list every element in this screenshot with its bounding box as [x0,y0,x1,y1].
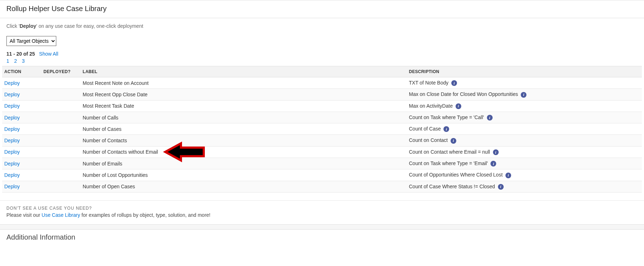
deployed-cell [41,146,80,158]
deploy-link[interactable]: Deploy [4,161,20,167]
deploy-link[interactable]: Deploy [4,115,20,121]
description-text: Max on ActivityDate [409,103,454,109]
description-cell: Max on Close Date for Closed Won Opportu… [407,89,642,100]
deploy-link[interactable]: Deploy [4,172,20,178]
info-icon[interactable]: i [487,115,493,121]
description-text: Count of Case [409,126,442,132]
description-text: Count of Opportunities Where Closed Lost [409,172,504,178]
deployed-cell [41,181,80,192]
target-object-select[interactable]: All Target Objects [6,36,56,46]
table-header-row: ACTION DEPLOYED? LABEL DESCRIPTION [2,66,642,77]
table-row: DeployNumber of Contacts without EmailCo… [2,146,642,158]
description-cell: Count of Case Where Status != Closed i [407,181,642,192]
info-icon[interactable]: i [490,161,496,167]
info-icon[interactable]: i [493,149,499,155]
info-icon[interactable]: i [505,173,511,178]
footer-suffix: for examples of rollups by object, type,… [80,212,211,218]
label-cell: Number of Calls [80,112,407,123]
deployed-cell [41,123,80,135]
deploy-link[interactable]: Deploy [4,149,20,155]
deploy-link[interactable]: Deploy [4,80,20,86]
footer-heading: DON'T SEE A USE CASE YOU NEED? [6,206,638,211]
additional-information-heading: Additional Information [0,230,644,241]
col-deployed: DEPLOYED? [41,66,80,77]
deployed-cell [41,77,80,89]
info-icon[interactable]: i [451,80,457,86]
table-row: DeployNumber of CasesCount of Case i [2,123,642,135]
label-cell: Number of Emails [80,158,407,169]
deploy-link[interactable]: Deploy [4,126,20,132]
pager: 11 - 20 of 25 Show All [6,51,638,57]
description-text: Max on Close Date for Closed Won Opportu… [409,91,519,97]
page-title: Rollup Helper Use Case Library [0,0,644,18]
description-cell: Count of Case i [407,123,642,135]
description-cell: Count on Contact i [407,135,642,146]
description-text: Count on Contact [409,137,449,143]
footer-text: Please visit our Use Case Library for ex… [6,212,638,218]
description-cell: Count on Task where Type = 'Call' i [407,112,642,123]
deployed-cell [41,135,80,146]
hint-suffix: ' on any use case for easy, one-click de… [36,23,143,29]
table-row: DeployNumber of Lost OpportunitiesCount … [2,169,642,181]
footer-block: DON'T SEE A USE CASE YOU NEED? Please vi… [0,200,644,225]
label-cell: Number of Lost Opportunities [80,169,407,181]
label-cell: Most Recent Opp Close Date [80,89,407,100]
table-row: DeployMost Recent Note on AccountTXT of … [2,77,642,89]
label-cell: Most Recent Note on Account [80,77,407,89]
info-icon[interactable]: i [498,184,504,190]
label-cell: Number of Contacts without Email [80,146,407,158]
deploy-link[interactable]: Deploy [4,92,20,97]
deployed-cell [41,158,80,169]
description-text: Count of Case Where Status != Closed [409,184,497,189]
deploy-link[interactable]: Deploy [4,184,20,189]
deployed-cell [41,112,80,123]
page-link-2[interactable]: 2 [14,58,17,64]
label-cell: Most Recent Task Date [80,100,407,112]
description-text: Count on Task where Type = 'Call' [409,114,485,120]
footer-prefix: Please visit our [6,212,42,218]
description-cell: TXT of Note Body i [407,77,642,89]
use-case-table: ACTION DEPLOYED? LABEL DESCRIPTION Deplo… [2,66,642,193]
description-text: TXT of Note Body [409,80,450,86]
table-row: DeployNumber of ContactsCount on Contact… [2,135,642,146]
label-cell: Number of Open Cases [80,181,407,192]
use-case-library-link[interactable]: Use Case Library [42,212,80,218]
label-cell: Number of Contacts [80,135,407,146]
description-cell: Count on Contact where Email = null i [407,146,642,158]
deploy-hint: Click 'Deploy' on any use case for easy,… [6,23,638,29]
info-icon[interactable]: i [456,103,461,109]
description-cell: Max on ActivityDate i [407,100,642,112]
description-cell: Count of Opportunities Where Closed Lost… [407,169,642,181]
page-numbers: 1 2 3 [6,58,638,64]
show-all-link[interactable]: Show All [39,51,58,57]
section-divider [0,225,644,230]
table-row: DeployMost Recent Opp Close DateMax on C… [2,89,642,100]
info-icon[interactable]: i [521,92,526,98]
deploy-link[interactable]: Deploy [4,138,20,143]
col-action: ACTION [2,66,41,77]
hint-prefix: Click ' [6,23,20,29]
col-label: LABEL [80,66,407,77]
page-link-1[interactable]: 1 [6,58,9,64]
page-link-3[interactable]: 3 [22,58,25,64]
deploy-link[interactable]: Deploy [4,103,20,109]
description-text: Count on Task where Type = 'Email' [409,160,489,166]
pager-count: 11 - 20 of 25 [6,51,35,57]
deployed-cell [41,169,80,181]
hint-bold: Deploy [20,23,36,29]
label-cell: Number of Cases [80,123,407,135]
table-row: DeployNumber of CallsCount on Task where… [2,112,642,123]
description-cell: Count on Task where Type = 'Email' i [407,158,642,169]
table-row: DeployMost Recent Task DateMax on Activi… [2,100,642,112]
description-text: Count on Contact where Email = null [409,149,492,155]
info-icon[interactable]: i [443,126,449,132]
col-description: DESCRIPTION [407,66,642,77]
table-row: DeployNumber of Open CasesCount of Case … [2,181,642,192]
info-icon[interactable]: i [451,138,456,144]
table-row: DeployNumber of EmailsCount on Task wher… [2,158,642,169]
deployed-cell [41,100,80,112]
deployed-cell [41,89,80,100]
